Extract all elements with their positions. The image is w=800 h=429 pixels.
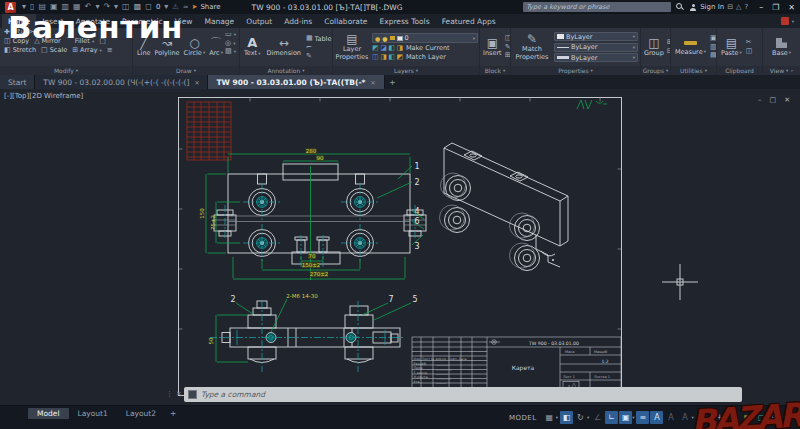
command-input[interactable]: Type a command bbox=[201, 390, 265, 399]
minimize-button[interactable]: – bbox=[759, 3, 763, 12]
layer-state-icon[interactable]: ◩ bbox=[372, 45, 379, 52]
paste-button[interactable]: ▤Paste▾ bbox=[720, 37, 743, 57]
layer-state-icon[interactable]: ◧ bbox=[388, 54, 395, 61]
iso-view[interactable] bbox=[440, 143, 569, 271]
draw-tool[interactable]: ⌒Arc▾ bbox=[208, 37, 224, 57]
panel-title-block[interactable]: Block▾ bbox=[480, 66, 510, 75]
status-toggle[interactable]: ◧ bbox=[560, 411, 573, 424]
draw-tool[interactable]: ○Circle▾ bbox=[183, 37, 207, 57]
modify-tool[interactable]: ≡ bbox=[107, 47, 115, 54]
layout-tab[interactable]: Layout2 bbox=[117, 408, 165, 419]
draw-tool-small[interactable]: ◎▾ bbox=[225, 40, 236, 47]
table-tool[interactable]: ▦Table bbox=[306, 35, 331, 43]
close-icon[interactable]: ✕ bbox=[370, 79, 375, 86]
file-tab-doc2[interactable]: TW 900 - 03.03.01.00 (Ъ)-ТА((ТВ(-*✕ bbox=[208, 75, 384, 89]
layer-state-icon[interactable]: ◨ bbox=[380, 54, 387, 61]
utility-tool-icon[interactable]: ▤ bbox=[710, 52, 717, 59]
utility-tool-icon[interactable]: ▥ bbox=[710, 44, 717, 51]
infocenter-icon[interactable] bbox=[781, 17, 789, 25]
model-space[interactable]: [-][Top][2D Wireframe] – □ ✕ bbox=[0, 89, 800, 405]
ribbon-tab[interactable]: Manage bbox=[198, 14, 240, 28]
close-icon[interactable]: ✕ bbox=[176, 390, 182, 398]
match-layer-button[interactable]: Match Layer bbox=[406, 53, 446, 61]
cart-icon[interactable]: ⊟ bbox=[727, 3, 733, 11]
modify-tool[interactable]: ⊞Array▾ bbox=[72, 46, 102, 54]
leader-tool[interactable]: ⌐ bbox=[306, 44, 331, 51]
make-current-button[interactable]: Make Current bbox=[406, 44, 450, 52]
layer-properties-button[interactable]: ▤Layer Properties bbox=[336, 33, 368, 60]
main-view[interactable]: 280 90 150 75±2 70 150±2 270±2 1 2 4 6 3 bbox=[199, 148, 427, 280]
share-button[interactable]: Share bbox=[200, 3, 220, 11]
qat-icon[interactable]: ≈ bbox=[183, 4, 189, 11]
ribbon-tab[interactable]: Express Tools bbox=[373, 14, 435, 28]
panel-title-modify[interactable]: Modify▾ bbox=[0, 66, 132, 75]
layout-tab[interactable]: Layout1 bbox=[69, 408, 117, 419]
viewport-controls[interactable]: [-][Top][2D Wireframe] bbox=[4, 92, 83, 100]
section-view[interactable]: 50 2 7 5 2-M6 14-30 bbox=[208, 293, 418, 372]
utility-tool-icon[interactable]: ▣ bbox=[710, 35, 717, 42]
base-view-button[interactable]: Base▾ bbox=[771, 37, 792, 57]
command-line[interactable]: Type a command bbox=[184, 387, 742, 402]
property-select[interactable]: ByLayer▾ bbox=[554, 32, 638, 41]
layer-state-icon[interactable]: ◨ bbox=[396, 45, 403, 52]
status-toggle[interactable]: ↻▾ bbox=[574, 411, 590, 424]
sign-in-button[interactable]: Sign In bbox=[700, 3, 724, 11]
drag-handle-icon[interactable]: ⋮ bbox=[166, 390, 173, 398]
panel-title-draw[interactable]: Draw▾ bbox=[133, 66, 239, 75]
panel-title-clipboard[interactable]: Clipboard bbox=[717, 66, 762, 75]
panel-title-utilities[interactable]: Utilities▾ bbox=[671, 66, 716, 75]
property-select[interactable]: ByLayer▾ bbox=[554, 53, 638, 62]
dimension-tool[interactable]: ↔Dimension bbox=[265, 37, 302, 57]
draw-tool-small[interactable]: ▨▾ bbox=[225, 48, 236, 55]
panel-title-layers[interactable]: Layers▾ bbox=[333, 66, 479, 75]
panel-title-annotation[interactable]: Annotation▾ bbox=[240, 66, 332, 75]
status-toggle[interactable]: ▣▾ bbox=[619, 411, 635, 424]
file-tab-doc1[interactable]: TW 900 - 03.02.00.00 (Ч(-(+(-( -((-(-(-(… bbox=[35, 75, 208, 89]
status-toggle[interactable]: ≡ bbox=[636, 411, 649, 424]
revision-table[interactable] bbox=[187, 102, 231, 160]
autodesk-icon[interactable]: △ bbox=[736, 3, 741, 11]
status-toggle[interactable]: ∠ bbox=[591, 411, 604, 424]
measure-button[interactable]: Measure▾ bbox=[674, 38, 707, 56]
close-icon[interactable]: ✕ bbox=[194, 79, 199, 86]
drawing-canvas[interactable]: 280 90 150 75±2 70 150±2 270±2 1 2 4 6 3 bbox=[0, 89, 800, 405]
modify-tool[interactable]: □Scale bbox=[41, 46, 67, 54]
model-space-label[interactable]: MODEL bbox=[509, 414, 537, 422]
layer-state-icon[interactable]: ◩ bbox=[396, 54, 403, 61]
clipboard-tool-icon[interactable]: ◫ bbox=[746, 48, 753, 55]
layer-select[interactable]: ●● 0 ▾ bbox=[372, 33, 478, 43]
ribbon-tab[interactable]: Collaborate bbox=[318, 14, 373, 28]
insert-block-button[interactable]: ▣Insert bbox=[482, 37, 503, 57]
panel-title-view[interactable]: View▾» bbox=[763, 66, 800, 75]
modify-tool[interactable]: ◧Stretch bbox=[4, 46, 36, 54]
close-button[interactable]: ✕ bbox=[784, 96, 790, 104]
layer-state-icon[interactable]: ◫ bbox=[372, 54, 379, 61]
panel-title-properties[interactable]: Properties▾ bbox=[511, 66, 640, 75]
status-toggle[interactable]: A bbox=[664, 411, 677, 424]
group-button[interactable]: ◫Group bbox=[643, 37, 665, 57]
text-tool[interactable]: AText▾ bbox=[243, 36, 261, 57]
search-icon[interactable] bbox=[676, 3, 684, 11]
panel-title-groups[interactable]: Groups▾ bbox=[641, 66, 670, 75]
restore-button[interactable]: ❐ bbox=[772, 3, 779, 12]
property-select[interactable]: ByLayer▾ bbox=[554, 43, 638, 52]
roughness-symbols[interactable] bbox=[577, 100, 607, 109]
status-toggle[interactable]: ∟ bbox=[605, 411, 618, 424]
layer-state-icon[interactable]: ◪ bbox=[380, 45, 387, 52]
draw-tool-small[interactable]: ▭▾ bbox=[225, 31, 236, 38]
layout-tab[interactable]: Model bbox=[28, 408, 69, 419]
ribbon-tab[interactable]: Featured Apps bbox=[436, 14, 502, 28]
close-button[interactable]: ✕ bbox=[788, 3, 795, 12]
restore-button[interactable]: □ bbox=[770, 96, 777, 104]
ribbon-tab[interactable]: Add-ins bbox=[278, 14, 318, 28]
clipboard-tool-icon[interactable]: ✂ bbox=[746, 39, 753, 46]
new-tab-button[interactable]: + bbox=[385, 75, 401, 89]
search-input[interactable]: Type a keyword or phrase bbox=[523, 2, 671, 12]
status-toggle[interactable]: ▦▾ bbox=[543, 411, 559, 424]
annotation-tool[interactable]: ✎ bbox=[306, 53, 331, 60]
match-properties-button[interactable]: ✎Match Properties bbox=[514, 33, 550, 60]
layout-tab[interactable]: + bbox=[165, 408, 181, 419]
help-icon[interactable]: ? bbox=[744, 3, 748, 11]
file-tab-start[interactable]: Start bbox=[0, 75, 35, 89]
layer-state-icon[interactable]: ◧ bbox=[388, 45, 395, 52]
